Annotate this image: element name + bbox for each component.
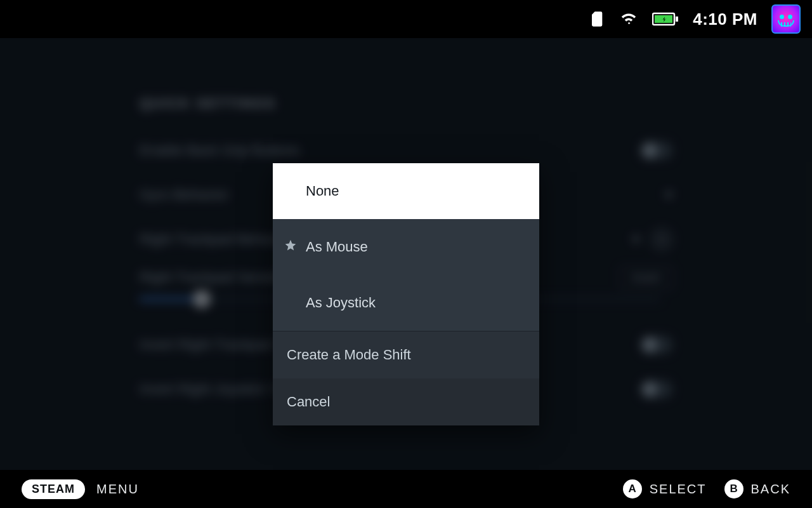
option-label: None <box>306 183 339 199</box>
battery-icon <box>652 11 679 27</box>
svg-rect-1 <box>676 17 678 22</box>
status-bar: 4:10 PM <box>0 0 812 38</box>
steam-button[interactable]: STEAM <box>22 479 85 499</box>
option-none[interactable]: None <box>273 163 539 219</box>
a-button-icon: A <box>623 479 642 498</box>
footer-bar: STEAM MENU A SELECT B BACK <box>0 470 812 508</box>
star-icon <box>284 239 297 255</box>
settings-page: QUICK SETTINGS Enable Back Grip Buttons … <box>0 38 812 470</box>
cancel[interactable]: Cancel <box>273 378 539 425</box>
option-as-mouse[interactable]: As Mouse <box>273 219 539 275</box>
create-mode-shift[interactable]: Create a Mode Shift <box>273 331 539 378</box>
hint-label: BACK <box>751 482 790 497</box>
sd-card-icon <box>587 10 605 28</box>
action-label: Cancel <box>287 394 330 410</box>
option-as-joystick[interactable]: As Joystick <box>273 275 539 331</box>
clock: 4:10 PM <box>693 10 757 29</box>
avatar[interactable] <box>771 4 801 34</box>
action-label: Create a Mode Shift <box>287 347 411 363</box>
menu-label: MENU <box>96 482 139 497</box>
hint-back: B BACK <box>724 479 790 498</box>
option-label: As Joystick <box>306 295 376 311</box>
hint-select: A SELECT <box>623 479 707 498</box>
hint-label: SELECT <box>650 482 707 497</box>
behavior-modal: None As Mouse As Joystick Create a Mode … <box>273 163 539 425</box>
option-label: As Mouse <box>306 239 368 255</box>
b-button-icon: B <box>724 479 743 498</box>
wifi-icon <box>619 10 638 29</box>
